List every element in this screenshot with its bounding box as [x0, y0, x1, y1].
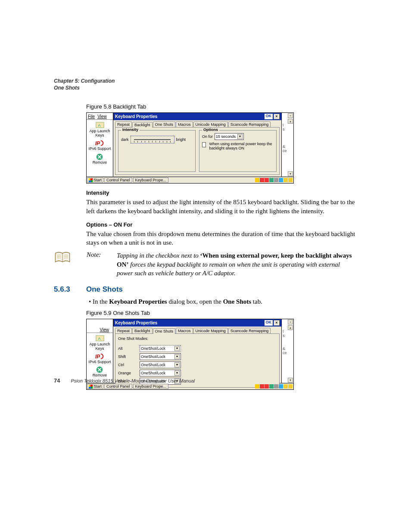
- row-ctrl-label: Ctrl: [118, 363, 140, 367]
- options-legend: Options: [202, 128, 219, 132]
- tray-icon[interactable]: [255, 178, 259, 182]
- tray-icon[interactable]: [288, 178, 293, 182]
- row-ctrl-dropdown[interactable]: OneShot/Lock▾: [140, 361, 181, 368]
- chevron-down-icon: ▾: [174, 354, 180, 359]
- scroll-down-icon[interactable]: ▾: [288, 378, 293, 383]
- options-on-for-paragraph: The value chosen from this dropdown menu…: [86, 230, 357, 247]
- tray-icon[interactable]: [265, 384, 269, 389]
- dialog-title: Keyboard Properties: [115, 114, 157, 119]
- ok-button[interactable]: OK: [265, 320, 273, 326]
- taskbar-control-panel[interactable]: Control Panel: [104, 384, 132, 389]
- taskbar-keyboard-properties[interactable]: Keyboard Prope...: [133, 177, 169, 183]
- tab-macros[interactable]: Macros: [176, 121, 193, 127]
- menu-view[interactable]: View: [100, 327, 109, 332]
- tray-icon[interactable]: [260, 178, 264, 182]
- tray-icon[interactable]: [260, 384, 264, 389]
- row-alt-dropdown[interactable]: OneShot/Lock▾: [140, 345, 181, 352]
- on-for-dropdown[interactable]: 15 seconds ▾: [215, 133, 244, 140]
- close-icon[interactable]: ×: [274, 114, 280, 119]
- figure-5-9-caption: Figure 5.9 One Shots Tab: [86, 310, 357, 316]
- dialog-titlebar[interactable]: Keyboard Properties OK ×: [113, 319, 281, 327]
- tab-scancode-remapping[interactable]: Scancode Remapping: [228, 121, 271, 127]
- taskbar-keyboard-properties[interactable]: Keyboard Prope...: [133, 384, 169, 389]
- intensity-legend: Intensity: [121, 128, 140, 132]
- tab-unicode-mapping[interactable]: Unicode Mapping: [193, 328, 228, 333]
- scroll-down-icon[interactable]: ▾: [288, 171, 293, 176]
- tray-icon[interactable]: [288, 384, 293, 389]
- close-icon[interactable]: ×: [274, 320, 280, 326]
- ipv6-support-icon[interactable]: IP IPv6 Support: [88, 139, 111, 151]
- note-block: Note: Tapping in the checkbox next to ‘W…: [54, 251, 357, 277]
- tab-unicode-mapping[interactable]: Unicode Mapping: [193, 121, 228, 127]
- start-button[interactable]: Start: [87, 177, 103, 183]
- tray-icon[interactable]: [279, 384, 283, 389]
- close-icon[interactable]: ×: [288, 320, 293, 324]
- dialog-title: Keyboard Properties: [115, 320, 157, 325]
- tab-backlight[interactable]: Backlight: [132, 122, 153, 128]
- chevron-down-icon: ▾: [174, 370, 180, 376]
- bright-label: bright: [176, 137, 186, 142]
- start-button[interactable]: Start: [87, 384, 103, 389]
- remove-icon[interactable]: Remove: [93, 153, 107, 165]
- system-tray[interactable]: [255, 178, 293, 182]
- app-launch-keys-icon[interactable]: A App Launch Keys: [87, 335, 113, 351]
- tab-scancode-remapping[interactable]: Scancode Remapping: [228, 328, 271, 333]
- svg-text:IP: IP: [95, 354, 100, 360]
- section-5-6-3: 5.6.3 One Shots: [54, 285, 357, 294]
- tab-strip: Repeat Backlight One Shots Macros Unicod…: [113, 327, 281, 333]
- row-orange-label: Orange: [118, 371, 140, 375]
- windows-flag-icon: [89, 178, 93, 182]
- menu-view[interactable]: View: [97, 114, 107, 119]
- ok-button[interactable]: OK: [265, 114, 273, 119]
- tray-icon[interactable]: [255, 384, 259, 389]
- page-footer: 74 Psion Teklogix 8515 Vehicle-Mount Com…: [54, 377, 195, 384]
- tray-icon[interactable]: [283, 384, 288, 389]
- note-label: Note:: [75, 251, 117, 258]
- remove-icon[interactable]: Remove: [93, 366, 107, 377]
- app-launch-keys-icon[interactable]: A App Launch Keys: [87, 121, 113, 137]
- row-alt-label: Alt: [118, 346, 140, 351]
- tray-icon[interactable]: [283, 178, 288, 182]
- menu-file[interactable]: File: [88, 114, 95, 119]
- menu-bar[interactable]: View: [87, 327, 113, 333]
- tray-icon[interactable]: [269, 384, 274, 389]
- intensity-paragraph: This parameter is used to adjust the lig…: [86, 198, 357, 215]
- tray-icon[interactable]: [269, 178, 274, 182]
- external-power-label: When using external power keep the backl…: [209, 142, 274, 150]
- system-tray[interactable]: [255, 384, 293, 389]
- tab-macros[interactable]: Macros: [176, 328, 193, 333]
- desktop-column: FileView A App Launch Keys IP IPv6 Suppo…: [86, 112, 113, 177]
- intensity-slider[interactable]: [131, 136, 174, 143]
- tray-icon[interactable]: [274, 178, 278, 182]
- svg-text:IP: IP: [95, 140, 100, 146]
- tray-icon[interactable]: [274, 384, 278, 389]
- tab-repeat[interactable]: Repeat: [115, 328, 132, 333]
- options-on-for-heading: Options – ON For: [86, 221, 357, 228]
- row-orange-dropdown[interactable]: OneShot/Lock▾: [140, 370, 181, 376]
- figure-5-8-caption: Figure 5.8 Backlight Tab: [86, 103, 357, 110]
- chapter-line: Chapter 5: Configuration: [54, 78, 357, 84]
- menu-bar[interactable]: FileView: [87, 114, 113, 120]
- intensity-group: Intensity dark bright: [118, 130, 196, 172]
- tab-repeat[interactable]: Repeat: [115, 121, 132, 127]
- tab-backlight[interactable]: Backlight: [132, 328, 153, 333]
- tray-icon[interactable]: [279, 178, 283, 182]
- scroll-up-icon[interactable]: ▴: [288, 325, 293, 330]
- svg-text:A: A: [98, 336, 101, 341]
- tab-one-shots[interactable]: One Shots: [153, 121, 176, 127]
- windows-flag-icon: [89, 385, 93, 389]
- tab-one-shots[interactable]: One Shots: [153, 328, 176, 334]
- dialog-titlebar[interactable]: Keyboard Properties OK ×: [113, 113, 281, 120]
- keyboard-properties-dialog: Keyboard Properties OK × Repeat Backligh…: [113, 319, 282, 383]
- options-group: Options On for 15 seconds ▾ When using e…: [199, 130, 277, 172]
- tray-icon[interactable]: [265, 178, 269, 182]
- intensity-heading: Intensity: [86, 190, 357, 196]
- chevron-down-icon: ▾: [174, 346, 180, 351]
- taskbar-control-panel[interactable]: Control Panel: [104, 177, 132, 183]
- external-power-checkbox[interactable]: [202, 142, 206, 147]
- dark-label: dark: [121, 137, 129, 142]
- row-shift-dropdown[interactable]: OneShot/Lock▾: [140, 353, 181, 360]
- ipv6-support-icon[interactable]: IP IPv6 Support: [88, 352, 111, 364]
- scroll-up-icon[interactable]: ▴: [288, 119, 293, 124]
- close-icon[interactable]: ×: [288, 113, 293, 118]
